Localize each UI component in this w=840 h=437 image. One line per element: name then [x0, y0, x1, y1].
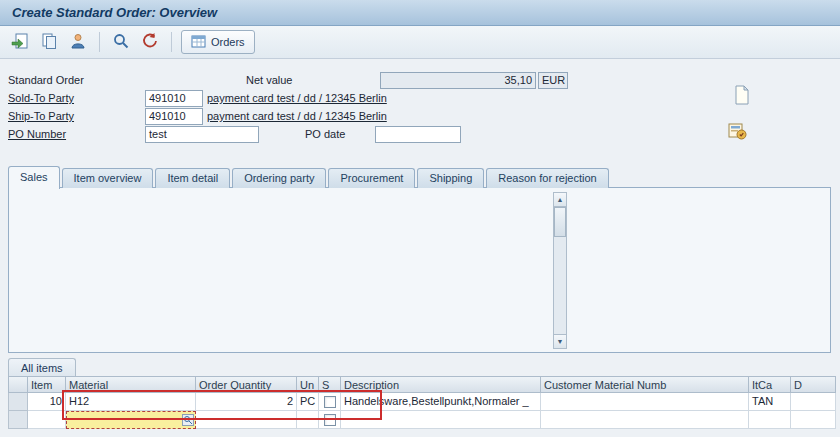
cell-item-empty[interactable]: [28, 411, 66, 429]
toolbar-separator: [171, 32, 172, 52]
row-selector[interactable]: [8, 411, 28, 429]
search-icon: [112, 32, 130, 52]
sap-window: Create Standard Order: Overview Orders S…: [0, 0, 840, 437]
column-header-itca[interactable]: ItCa: [749, 376, 791, 393]
title-bar: Create Standard Order: Overview: [0, 0, 840, 26]
cell-description-empty[interactable]: [341, 411, 541, 429]
cell-d-empty[interactable]: [791, 411, 836, 429]
copy-icon: [40, 32, 58, 52]
tab-strip: Sales Item overview Item detail Ordering…: [8, 166, 609, 189]
business-partner-button[interactable]: [66, 30, 90, 54]
app-toolbar: Orders: [0, 26, 840, 59]
column-header-d[interactable]: D: [791, 376, 836, 393]
po-date-input[interactable]: [375, 126, 461, 143]
column-header-description[interactable]: Description: [341, 376, 541, 393]
scroll-down-button[interactable]: [554, 334, 566, 348]
ship-to-label: Ship-To Party: [8, 110, 74, 122]
po-number-label: PO Number: [8, 128, 66, 140]
matchcode-icon[interactable]: [182, 414, 194, 426]
column-header-customer-material[interactable]: Customer Material Numb: [541, 376, 749, 393]
cell-order-quantity-empty[interactable]: [196, 411, 297, 429]
refresh-icon: [141, 32, 159, 52]
column-header-order-quantity[interactable]: Order Quantity: [196, 376, 297, 393]
column-header-s[interactable]: S: [319, 376, 341, 393]
tab-item-detail[interactable]: Item detail: [155, 168, 230, 188]
cell-itca-empty[interactable]: [749, 411, 791, 429]
save-document-icon: [11, 32, 29, 52]
page-title: Create Standard Order: Overview: [12, 5, 217, 20]
material-entry-cell[interactable]: [66, 411, 196, 429]
po-date-label: PO date: [305, 128, 345, 140]
scroll-up-button[interactable]: [554, 193, 566, 207]
cell-order-quantity[interactable]: 2: [196, 393, 297, 411]
cell-un[interactable]: PC: [297, 393, 319, 411]
column-header-un[interactable]: Un: [297, 376, 319, 393]
copy-document-button[interactable]: [37, 30, 61, 54]
scroll-thumb[interactable]: [554, 207, 566, 237]
sold-to-input[interactable]: 491010: [145, 90, 203, 107]
cell-customer-material-empty[interactable]: [541, 411, 749, 429]
standard-order-label: Standard Order: [8, 74, 84, 86]
net-value-field: 35,10: [380, 72, 536, 89]
tab-ordering-party[interactable]: Ordering party: [232, 168, 326, 188]
post-document-button[interactable]: [8, 30, 32, 54]
sales-tab-panel: [8, 187, 831, 353]
column-header-item[interactable]: Item: [28, 376, 66, 393]
tab-reason-for-rejection[interactable]: Reason for rejection: [486, 168, 608, 188]
person-icon: [69, 32, 87, 52]
cell-d[interactable]: [791, 393, 836, 411]
tab-item-overview[interactable]: Item overview: [62, 168, 154, 188]
column-header-material[interactable]: Material: [66, 376, 196, 393]
tab-procurement[interactable]: Procurement: [328, 168, 415, 188]
ship-to-input[interactable]: 491010: [145, 108, 203, 125]
s-checkbox-row1[interactable]: [324, 396, 336, 408]
orders-grid-icon: [191, 34, 206, 51]
sold-to-description: payment card test / dd / 12345 Berlin: [207, 92, 387, 104]
toolbar-separator: [99, 32, 100, 52]
ship-to-description: payment card test / dd / 12345 Berlin: [207, 110, 387, 122]
cell-un-empty[interactable]: [297, 411, 319, 429]
orders-button[interactable]: Orders: [181, 30, 255, 54]
orders-button-label: Orders: [211, 36, 245, 48]
all-items-caption: All items: [8, 358, 76, 377]
po-number-input[interactable]: test: [145, 126, 259, 143]
tab-sales[interactable]: Sales: [8, 166, 60, 189]
cell-itca[interactable]: TAN: [749, 393, 791, 411]
search-button[interactable]: [109, 30, 133, 54]
currency-field: EUR: [538, 72, 568, 89]
cell-item[interactable]: 10: [28, 393, 66, 411]
cell-material[interactable]: H12: [66, 393, 196, 411]
refresh-button[interactable]: [138, 30, 162, 54]
cell-description[interactable]: Handelsware,Bestellpunkt,Normaler _: [341, 393, 541, 411]
sold-to-label: Sold-To Party: [8, 92, 74, 104]
sales-scrollbar[interactable]: [553, 192, 567, 349]
s-checkbox-row2[interactable]: [324, 414, 336, 426]
partner-display-icon[interactable]: [727, 121, 747, 143]
row-selector[interactable]: [8, 393, 28, 411]
net-value-label: Net value: [246, 74, 292, 86]
tab-shipping[interactable]: Shipping: [417, 168, 484, 188]
cell-customer-material[interactable]: [541, 393, 749, 411]
column-header-selector[interactable]: [8, 376, 28, 393]
create-document-icon[interactable]: [733, 85, 751, 107]
